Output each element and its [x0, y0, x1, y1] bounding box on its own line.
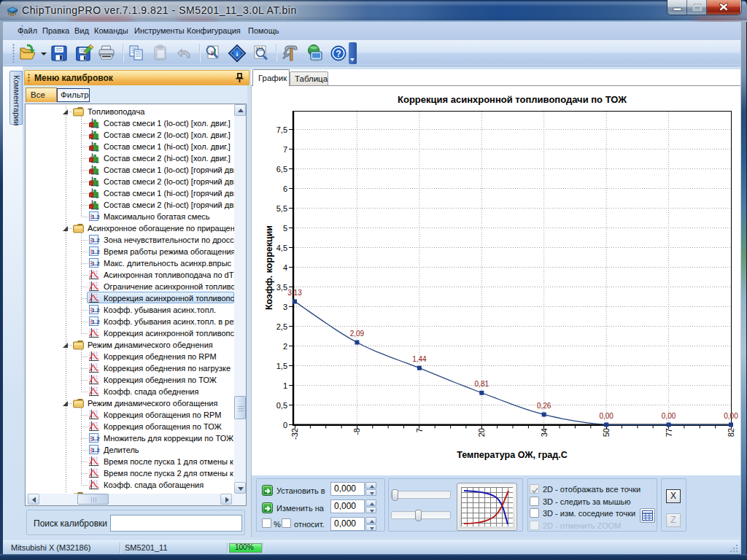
svg-text:0,26: 0,26: [537, 402, 551, 410]
svg-text:77: 77: [665, 428, 673, 437]
svg-text:2,09: 2,09: [350, 330, 365, 338]
svg-text:34: 34: [540, 428, 549, 437]
svg-text:1: 1: [283, 381, 287, 390]
svg-text:7: 7: [283, 145, 287, 154]
svg-text:0,81: 0,81: [475, 380, 489, 388]
svg-text:-8: -8: [352, 428, 361, 435]
svg-text:0: 0: [283, 421, 287, 429]
svg-text:0,00: 0,00: [599, 412, 614, 420]
svg-text:3,13: 3,13: [287, 289, 302, 297]
svg-text:Температура ОЖ, град.С: Температура ОЖ, град.С: [457, 450, 567, 460]
svg-text:5: 5: [283, 224, 287, 233]
svg-text:1,44: 1,44: [412, 355, 427, 363]
svg-text:0,5: 0,5: [276, 401, 287, 410]
svg-text:4: 4: [283, 263, 287, 272]
svg-text:0,00: 0,00: [662, 412, 676, 420]
svg-text:2: 2: [283, 342, 287, 351]
svg-text:4,5: 4,5: [276, 244, 287, 252]
svg-text:1,5: 1,5: [276, 362, 287, 370]
svg-text:-32: -32: [290, 428, 299, 440]
svg-text:6: 6: [283, 184, 287, 193]
svg-text:20: 20: [477, 428, 486, 437]
svg-text:0,00: 0,00: [724, 412, 738, 420]
svg-text:7: 7: [415, 428, 424, 432]
svg-text:Коррекция асинхронной топливоп: Коррекция асинхронной топливоподачи по Т…: [398, 94, 627, 105]
svg-text:Коэфф. коррекции: Коэфф. коррекции: [264, 225, 274, 310]
svg-text:5,5: 5,5: [276, 204, 287, 213]
svg-text:3,5: 3,5: [276, 283, 287, 292]
svg-text:6,5: 6,5: [276, 165, 287, 174]
svg-text:50: 50: [602, 428, 611, 437]
svg-text:2,5: 2,5: [276, 322, 287, 331]
svg-text:3: 3: [283, 303, 287, 311]
svg-text:82: 82: [727, 428, 735, 437]
svg-text:7,5: 7,5: [276, 125, 287, 134]
svg-text:?: ?: [336, 49, 341, 59]
